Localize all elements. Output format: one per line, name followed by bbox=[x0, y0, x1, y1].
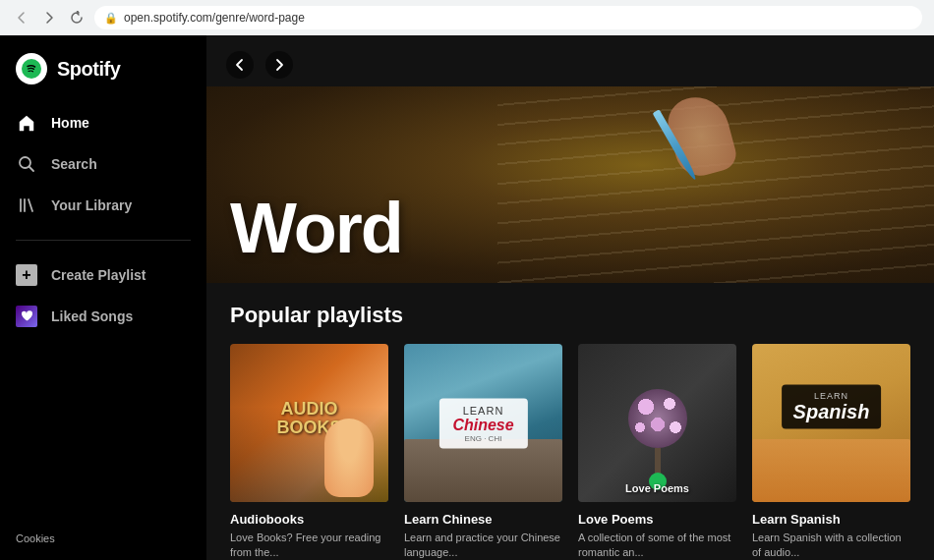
chinese-banner-learn: LEARN bbox=[452, 404, 513, 416]
playlist-thumb-chinese: LEARN Chinese ENG · CHI bbox=[404, 344, 562, 502]
playlist-card-audiobooks[interactable]: AUDIOBOOKS Audiobooks Love Books? Free y… bbox=[230, 344, 388, 560]
content-area: Popular playlists AUDIOBOOKS Audiobooks … bbox=[206, 283, 934, 560]
playlist-thumb-audiobooks: AUDIOBOOKS bbox=[230, 344, 388, 502]
sidebar-item-home-label: Home bbox=[51, 115, 89, 131]
playlist-name-spanish: Learn Spanish bbox=[752, 512, 910, 527]
forward-button[interactable] bbox=[39, 8, 59, 28]
playlist-thumb-love: Love Poems bbox=[578, 344, 736, 502]
sidebar-item-library-label: Your Library bbox=[51, 197, 132, 213]
url-text: open.spotify.com/genre/word-page bbox=[124, 11, 305, 25]
sidebar-logo: Spotify bbox=[0, 35, 206, 96]
footer-cookies[interactable]: Cookies bbox=[0, 517, 206, 560]
create-playlist-icon: + bbox=[16, 264, 37, 286]
lock-icon: 🔒 bbox=[104, 12, 118, 25]
spanish-banner-learn: LEARN bbox=[793, 391, 870, 401]
audiobooks-person-decoration bbox=[324, 419, 374, 497]
playlist-name-chinese: Learn Chinese bbox=[404, 512, 562, 527]
refresh-button[interactable] bbox=[67, 8, 87, 28]
sidebar: Spotify Home Searc bbox=[0, 35, 206, 560]
playlist-desc-audiobooks: Love Books? Free your reading from the..… bbox=[230, 531, 388, 560]
sidebar-divider bbox=[16, 240, 191, 241]
spotify-logo-text: Spotify bbox=[57, 58, 120, 81]
create-playlist-label: Create Playlist bbox=[51, 267, 146, 283]
top-navigation bbox=[206, 35, 934, 86]
section-title-popular-playlists: Popular playlists bbox=[230, 303, 910, 328]
playlist-card-learn-chinese[interactable]: LEARN Chinese ENG · CHI Learn Chinese Le… bbox=[404, 344, 562, 560]
nav-back-button[interactable] bbox=[226, 51, 254, 79]
main-content: Word Popular playlists AUDIOBOOKS Audiob… bbox=[206, 35, 934, 560]
playlist-name-audiobooks: Audiobooks bbox=[230, 512, 388, 527]
app-container: Spotify Home Searc bbox=[0, 35, 934, 560]
library-icon bbox=[16, 195, 37, 216]
thumb-audiobooks-bg: AUDIOBOOKS bbox=[230, 344, 388, 502]
sidebar-item-home[interactable]: Home bbox=[0, 102, 206, 143]
love-tree-top bbox=[628, 389, 687, 448]
chinese-banner-main: Chinese bbox=[452, 416, 513, 433]
browser-chrome: 🔒 open.spotify.com/genre/word-page bbox=[0, 0, 934, 35]
liked-songs-icon bbox=[16, 306, 37, 327]
sidebar-navigation: Home Search bbox=[0, 96, 206, 232]
playlist-desc-spanish: Learn Spanish with a collection of audio… bbox=[752, 531, 910, 560]
chinese-banner-sub: ENG · CHI bbox=[452, 433, 513, 442]
playlists-grid: AUDIOBOOKS Audiobooks Love Books? Free y… bbox=[230, 344, 910, 560]
sidebar-actions: + Create Playlist Liked Songs bbox=[0, 249, 206, 343]
spotify-logo-icon bbox=[16, 53, 47, 84]
sidebar-item-library[interactable]: Your Library bbox=[0, 185, 206, 226]
thumb-spanish-bg: LEARN Spanish bbox=[752, 344, 910, 502]
liked-songs-label: Liked Songs bbox=[51, 308, 133, 324]
playlist-card-learn-spanish[interactable]: LEARN Spanish Learn Spanish Learn Spanis… bbox=[752, 344, 910, 560]
spanish-banner-main: Spanish bbox=[793, 401, 870, 423]
sidebar-item-search-label: Search bbox=[51, 156, 97, 172]
back-button[interactable] bbox=[12, 8, 31, 28]
love-tree-flowers bbox=[628, 389, 687, 448]
thumb-love-bg: Love Poems bbox=[578, 344, 736, 502]
chinese-wall-decoration bbox=[404, 439, 562, 502]
sidebar-item-create-playlist[interactable]: + Create Playlist bbox=[0, 254, 206, 296]
spanish-banner: LEARN Spanish bbox=[782, 385, 882, 429]
chinese-banner: LEARN Chinese ENG · CHI bbox=[438, 398, 527, 448]
search-icon bbox=[16, 153, 37, 175]
playlist-name-love: Love Poems bbox=[578, 512, 736, 527]
hero-title: Word bbox=[230, 193, 402, 263]
thumb-chinese-bg: LEARN Chinese ENG · CHI bbox=[404, 344, 562, 502]
nav-forward-button[interactable] bbox=[265, 51, 293, 79]
love-overlay-label: Love Poems bbox=[578, 482, 736, 494]
svg-line-2 bbox=[29, 167, 34, 172]
home-icon bbox=[16, 112, 37, 134]
sidebar-item-liked-songs[interactable]: Liked Songs bbox=[0, 296, 206, 337]
url-bar[interactable]: 🔒 open.spotify.com/genre/word-page bbox=[94, 6, 922, 29]
spanish-city-decoration bbox=[752, 439, 910, 502]
playlist-card-love-poems[interactable]: Love Poems Love Poems A collection of so… bbox=[578, 344, 736, 560]
sidebar-item-search[interactable]: Search bbox=[0, 143, 206, 185]
hero-banner: Word bbox=[206, 86, 934, 283]
playlist-thumb-spanish: LEARN Spanish bbox=[752, 344, 910, 502]
playlist-desc-chinese: Learn and practice your Chinese language… bbox=[404, 531, 562, 560]
playlist-desc-love: A collection of some of the most romanti… bbox=[578, 531, 736, 560]
